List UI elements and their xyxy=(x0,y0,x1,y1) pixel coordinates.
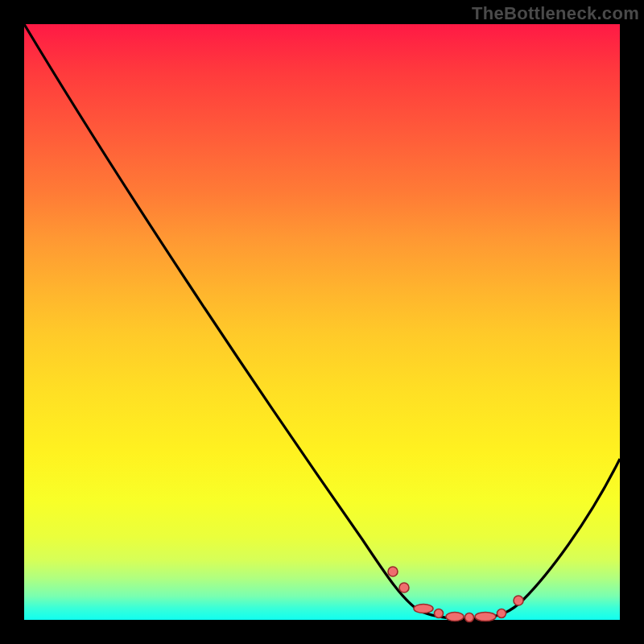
marker-dot xyxy=(465,613,474,622)
marker-dot xyxy=(399,583,409,592)
chart-svg xyxy=(24,24,620,620)
marker-dot xyxy=(514,596,523,605)
marker-dash xyxy=(475,613,496,621)
marker-dash xyxy=(446,613,464,621)
optimal-range-markers xyxy=(388,567,523,622)
marker-dot xyxy=(388,567,398,576)
marker-dot xyxy=(497,609,506,618)
bottleneck-curve-path xyxy=(24,24,620,619)
watermark-text: TheBottleneck.com xyxy=(472,3,639,24)
marker-dot xyxy=(435,609,444,618)
marker-dash xyxy=(414,605,433,613)
chart-frame: TheBottleneck.com xyxy=(0,0,644,644)
plot-area xyxy=(24,24,620,620)
